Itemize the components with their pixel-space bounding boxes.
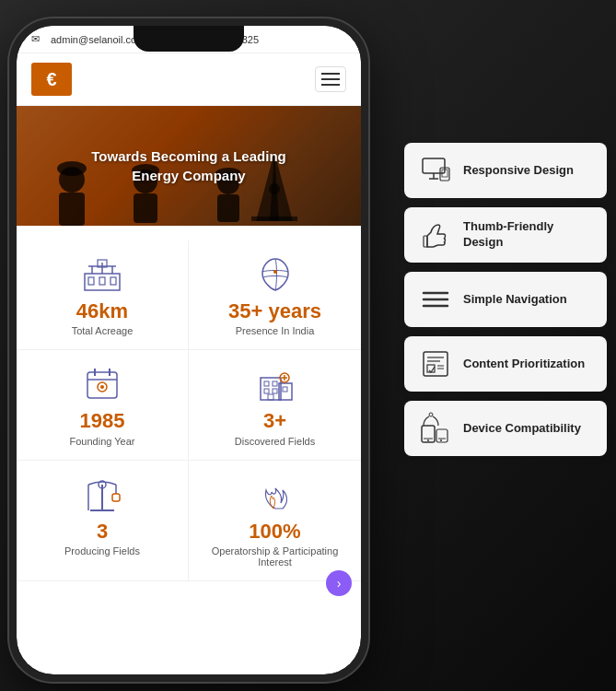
stat-label-discovered: Discovered Fields — [235, 436, 315, 447]
phone-notch — [134, 26, 244, 52]
svg-rect-46 — [423, 158, 445, 173]
svg-point-28 — [100, 385, 104, 389]
hero-banner: Towards Becoming a Leading Energy Compan… — [17, 106, 361, 226]
hamburger-button[interactable] — [315, 66, 346, 92]
svg-rect-32 — [273, 381, 277, 386]
hero-line1: Towards Becoming a Leading — [91, 146, 285, 166]
svg-rect-5 — [59, 193, 85, 226]
feature-device[interactable]: Device Compatibility — [404, 401, 607, 456]
calendar-icon — [79, 363, 125, 404]
stat-item-operatorship: 100% Operatorship & Participating Intere… — [189, 461, 361, 581]
map-icon — [252, 253, 298, 294]
feature-thumb[interactable]: Thumb-Friendly Design — [404, 207, 607, 263]
svg-rect-8 — [134, 193, 157, 223]
nav-icon — [419, 283, 452, 316]
pump-icon — [79, 474, 125, 514]
stat-value-presence: 35+ years — [228, 299, 321, 323]
flame-icon — [252, 474, 298, 514]
svg-rect-2 — [251, 217, 297, 221]
device-icon — [419, 412, 452, 445]
features-panel: Responsive Design Thumb-Friendly Design … — [404, 143, 607, 456]
svg-rect-31 — [264, 381, 269, 386]
hamburger-line-1 — [321, 73, 340, 75]
feature-navigation[interactable]: Simple Navigation — [404, 272, 607, 327]
feature-content[interactable]: Content Prioritization — [404, 336, 607, 392]
stat-item-acreage: 46km Total Acreage — [17, 240, 189, 350]
content-icon — [419, 347, 452, 381]
factory-icon — [79, 253, 125, 294]
stat-item-producing: 3 Producing Fields — [17, 461, 189, 581]
stat-label-founding: Founding Year — [70, 436, 135, 447]
feature-thumb-label: Thumb-Friendly Design — [463, 219, 592, 251]
svg-rect-33 — [264, 389, 269, 393]
hamburger-line-2 — [321, 78, 340, 80]
svg-point-66 — [440, 439, 442, 441]
svg-rect-45 — [112, 494, 120, 501]
feature-responsive-label: Responsive Design — [463, 163, 574, 179]
stat-value-producing: 3 — [97, 520, 108, 544]
site-header: € — [17, 53, 361, 106]
stat-value-founding: 1985 — [80, 409, 125, 433]
monitor-icon — [419, 154, 452, 187]
phone-screen: ✉ admin@selanoil.com | 📞 0124-4200325 € — [17, 26, 361, 674]
svg-rect-11 — [217, 194, 239, 222]
building-icon — [252, 363, 298, 404]
arrow-button[interactable]: › — [326, 570, 352, 596]
stat-value-operatorship: 100% — [249, 520, 300, 544]
stats-grid: 46km Total Acreage — [17, 240, 361, 581]
logo: € — [31, 63, 72, 96]
logo-symbol: € — [46, 69, 56, 90]
contact-email: admin@selanoil.com — [51, 34, 145, 45]
svg-rect-36 — [268, 394, 273, 400]
stat-value-acreage: 46km — [76, 299, 128, 323]
svg-rect-29 — [261, 378, 281, 400]
stat-label-acreage: Total Acreage — [72, 325, 134, 336]
feature-device-label: Device Compatibility — [463, 421, 581, 437]
stats-section: 46km Total Acreage — [17, 226, 361, 596]
svg-rect-16 — [110, 277, 116, 285]
svg-rect-34 — [273, 389, 277, 393]
stat-label-operatorship: Operatorship & Participating Interest — [198, 545, 352, 568]
hero-text: Towards Becoming a Leading Energy Compan… — [73, 146, 304, 185]
stat-item-presence: 35+ years Presence In India — [189, 240, 361, 350]
feature-navigation-label: Simple Navigation — [463, 292, 567, 308]
svg-rect-62 — [436, 429, 447, 442]
feature-content-label: Content Prioritization — [463, 357, 585, 372]
svg-rect-13 — [85, 274, 120, 290]
svg-point-67 — [429, 413, 433, 416]
svg-point-22 — [273, 270, 277, 274]
svg-rect-35 — [283, 387, 287, 392]
svg-point-65 — [427, 439, 429, 441]
phone-mockup: ✉ admin@selanoil.com | 📞 0124-4200325 € — [9, 18, 368, 682]
hero-line2: Energy Company — [91, 166, 285, 185]
email-icon: ✉ — [31, 33, 40, 45]
stat-item-founding: 1985 Founding Year — [17, 350, 189, 460]
stat-value-discovered: 3+ — [263, 409, 286, 433]
svg-rect-15 — [99, 277, 105, 285]
svg-rect-14 — [88, 277, 94, 285]
stat-label-presence: Presence In India — [236, 325, 315, 336]
hamburger-line-3 — [321, 84, 340, 86]
thumb-icon — [419, 218, 452, 252]
stat-label-producing: Producing Fields — [64, 545, 140, 556]
stat-item-discovered: 3+ Discovered Fields — [189, 350, 361, 460]
feature-responsive[interactable]: Responsive Design — [404, 143, 607, 198]
phone-frame: ✉ admin@selanoil.com | 📞 0124-4200325 € — [9, 18, 368, 682]
